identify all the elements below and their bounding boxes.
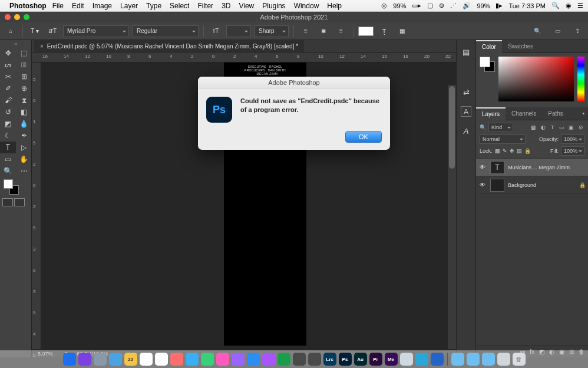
- color-field[interactable]: [498, 57, 574, 101]
- search-icon[interactable]: 🔍: [530, 25, 544, 38]
- lock-pixels-icon[interactable]: ✎: [503, 148, 507, 154]
- screenmode-icon[interactable]: [14, 198, 25, 206]
- volume-icon[interactable]: 🔊: [463, 2, 471, 9]
- filter-type-icon[interactable]: T: [549, 124, 556, 132]
- close-tab-icon[interactable]: ×: [40, 43, 44, 50]
- ruler-horizontal[interactable]: 1614121086420246810121416182022: [32, 53, 456, 63]
- font-weight-dropdown[interactable]: Regular: [133, 25, 199, 37]
- dodge-tool[interactable]: ☾: [0, 130, 16, 142]
- type-tool[interactable]: T: [0, 142, 16, 153]
- menu-plugins[interactable]: Plugins: [262, 2, 285, 10]
- dock-app-23[interactable]: [415, 353, 428, 366]
- document-tab[interactable]: × EndCredit.psdc @ 5.07% (Musicians Rach…: [34, 40, 304, 53]
- align-center-icon[interactable]: ≣: [316, 25, 331, 38]
- blend-mode-dropdown[interactable]: Normal: [480, 134, 526, 144]
- font-size-dropdown[interactable]: [226, 25, 251, 37]
- antialias-dropdown[interactable]: Sharp: [255, 25, 289, 37]
- tab-channels[interactable]: Channels: [506, 107, 542, 120]
- dock-folder-1[interactable]: [467, 353, 480, 366]
- scrollbar-vertical[interactable]: [448, 85, 456, 349]
- layer-row[interactable]: 👁Background🔒: [476, 176, 588, 194]
- window-close[interactable]: [5, 14, 11, 20]
- menu-select[interactable]: Select: [170, 2, 189, 10]
- character-panel-icon[interactable]: ▦: [395, 25, 409, 38]
- control-center-icon[interactable]: ☰: [577, 2, 583, 9]
- crop-tool[interactable]: ✂: [0, 71, 16, 83]
- dock-app-12[interactable]: [247, 353, 260, 366]
- zoom-tool[interactable]: 🔍: [0, 165, 16, 177]
- orientation-icon[interactable]: ⇵T: [45, 25, 60, 38]
- screen-icon[interactable]: ▢: [427, 2, 433, 9]
- menu-edit[interactable]: Edit: [72, 2, 84, 10]
- color-fgbg[interactable]: [480, 57, 495, 72]
- tab-swatches[interactable]: Swatches: [502, 40, 539, 53]
- type-tool-indicator[interactable]: T ▾: [28, 25, 42, 38]
- dock-folder-2[interactable]: [482, 353, 495, 366]
- ok-button[interactable]: OK: [345, 131, 382, 143]
- lock-pos-icon[interactable]: ✥: [510, 148, 514, 154]
- dock-app-10[interactable]: [216, 353, 229, 366]
- dock-app-17[interactable]: Lrc: [323, 353, 336, 366]
- dock-app-19[interactable]: Au: [354, 353, 367, 366]
- brush-tool[interactable]: 🖌: [0, 94, 16, 106]
- font-size-icon[interactable]: тT: [209, 25, 223, 38]
- menu-image[interactable]: Image: [93, 2, 112, 10]
- filter-shape-icon[interactable]: ▭: [558, 124, 566, 132]
- filter-adjust-icon[interactable]: ◐: [539, 124, 547, 132]
- frame-tool[interactable]: ⊞: [16, 71, 32, 83]
- font-family-dropdown[interactable]: Myriad Pro: [63, 25, 129, 37]
- layer-row[interactable]: 👁TMusicians ... Megan Zimm: [476, 159, 588, 176]
- heal-tool[interactable]: ⊕: [16, 83, 32, 94]
- cc-icon[interactable]: ◎: [381, 2, 387, 9]
- align-left-icon[interactable]: ≡: [299, 25, 313, 38]
- dock-app-20[interactable]: Pr: [369, 353, 382, 366]
- dock-app-0[interactable]: [63, 353, 76, 366]
- spotlight-icon[interactable]: 🔍: [551, 2, 560, 9]
- lasso-tool[interactable]: ᔕ: [0, 59, 16, 71]
- text-color-swatch[interactable]: [358, 27, 374, 36]
- quickmask-icon[interactable]: [2, 198, 13, 206]
- dock-app-13[interactable]: [262, 353, 275, 366]
- glyphs-panel-icon[interactable]: A: [460, 125, 473, 137]
- eraser-tool[interactable]: ◧: [16, 106, 32, 118]
- menu-3d[interactable]: 3D: [222, 2, 230, 10]
- move-tool[interactable]: ✥: [0, 47, 16, 59]
- menu-view[interactable]: View: [239, 2, 254, 10]
- pen-tool[interactable]: ✒: [16, 130, 32, 142]
- dock-app-18[interactable]: Ps: [339, 353, 352, 366]
- add-layer-quick-icon[interactable]: •: [582, 110, 588, 117]
- dock-folder-3[interactable]: [497, 353, 510, 366]
- dock-app-2[interactable]: [94, 353, 107, 366]
- menu-type[interactable]: Type: [146, 2, 161, 10]
- workspace-icon[interactable]: ▭: [550, 25, 564, 38]
- opacity-input[interactable]: 100%: [561, 134, 584, 144]
- filter-pixel-icon[interactable]: ▩: [530, 124, 537, 132]
- gradient-tool[interactable]: ◩: [0, 118, 16, 130]
- dock-app-21[interactable]: Me: [385, 353, 398, 366]
- share-icon[interactable]: ⇪: [570, 25, 584, 38]
- dock-app-3[interactable]: [109, 353, 122, 366]
- dock-app-6[interactable]: [155, 353, 168, 366]
- dock-app-4[interactable]: 22: [124, 353, 137, 366]
- siri-icon[interactable]: ◉: [566, 2, 572, 9]
- layer-filter-kind[interactable]: Kind: [488, 123, 513, 132]
- tab-color[interactable]: Color: [476, 40, 502, 53]
- history-brush-tool[interactable]: ↺: [0, 106, 16, 118]
- dock-app-15[interactable]: [293, 353, 306, 366]
- trash-icon[interactable]: 🗑: [513, 353, 526, 366]
- filter-toggle-icon[interactable]: ⊘: [577, 124, 584, 132]
- fill-input[interactable]: 100%: [561, 146, 584, 156]
- dock-app-1[interactable]: [78, 353, 91, 366]
- airdrop-icon[interactable]: ⊚: [439, 2, 444, 9]
- hue-slider[interactable]: [577, 57, 584, 101]
- blur-tool[interactable]: 💧: [16, 118, 32, 130]
- dock-app-16[interactable]: [308, 353, 321, 366]
- menu-filter[interactable]: Filter: [197, 2, 213, 10]
- tab-layers[interactable]: Layers: [476, 107, 506, 120]
- dock-app-14[interactable]: [278, 353, 290, 366]
- menu-file[interactable]: File: [52, 2, 64, 10]
- filter-smart-icon[interactable]: ▣: [567, 124, 575, 132]
- lock-nest-icon[interactable]: ▤: [517, 148, 522, 154]
- align-right-icon[interactable]: ≡: [334, 25, 348, 38]
- lock-all-icon[interactable]: 🔒: [524, 148, 531, 154]
